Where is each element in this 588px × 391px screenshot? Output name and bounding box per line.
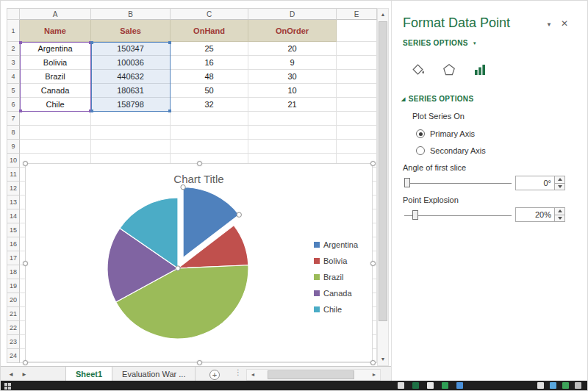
vertical-scrollbar[interactable]: ▲ ▼: [377, 8, 389, 366]
horizontal-scroll-thumb[interactable]: [268, 370, 354, 379]
primary-axis-radio[interactable]: Primary Axis: [416, 129, 475, 139]
cell-D1[interactable]: OnOrder: [248, 20, 337, 42]
slider-track[interactable]: [404, 215, 512, 216]
sheet-tab-sheet1[interactable]: Sheet1: [65, 367, 112, 382]
legend-item-chile[interactable]: Chile: [314, 305, 358, 314]
row-header-14[interactable]: 14: [7, 209, 20, 223]
angle-value[interactable]: 0°: [516, 176, 554, 190]
cell-E7[interactable]: [337, 112, 377, 126]
legend-item-argentina[interactable]: Argentina: [314, 240, 358, 249]
column-header-E[interactable]: E: [337, 8, 377, 20]
cell-E2[interactable]: [337, 42, 377, 56]
cell-E1[interactable]: [337, 20, 377, 42]
cell-A8[interactable]: [20, 126, 91, 140]
cell-B9[interactable]: [91, 140, 171, 154]
column-header-B[interactable]: B: [91, 8, 171, 20]
cell-D7[interactable]: [248, 112, 337, 126]
angle-slider[interactable]: [404, 178, 512, 188]
cell-D4[interactable]: 30: [248, 70, 337, 84]
scroll-right-button[interactable]: ►: [368, 370, 380, 380]
row-header-21[interactable]: 21: [7, 307, 20, 321]
excel-icon[interactable]: [412, 382, 419, 389]
cell-C1[interactable]: OnHand: [171, 20, 248, 42]
cell-E3[interactable]: [337, 56, 377, 70]
cell-E4[interactable]: [337, 70, 377, 84]
legend-item-canada[interactable]: Canada: [314, 289, 358, 298]
cell-B1[interactable]: Sales: [91, 20, 171, 42]
cell-D3[interactable]: 9: [248, 56, 337, 70]
row-header-22[interactable]: 22: [7, 321, 20, 335]
legend-item-bolivia[interactable]: Bolivia: [314, 257, 358, 265]
angle-decrement-button[interactable]: [555, 184, 564, 190]
cell-C5[interactable]: 50: [171, 84, 248, 98]
row-header-11[interactable]: 11: [7, 168, 20, 182]
row-header-23[interactable]: 23: [7, 335, 20, 349]
cell-A1[interactable]: Name: [20, 20, 91, 42]
app-icon-2[interactable]: [427, 382, 434, 389]
chart-title[interactable]: Chart Title: [26, 173, 372, 185]
row-header-3[interactable]: 3: [7, 56, 20, 70]
row-header-12[interactable]: 12: [7, 182, 20, 196]
cell-C7[interactable]: [171, 112, 248, 126]
column-header-D[interactable]: D: [248, 8, 337, 20]
app-icon-4[interactable]: [456, 382, 463, 389]
radio-selected-icon[interactable]: [416, 129, 425, 138]
chart-resize-handle[interactable]: [370, 261, 376, 266]
cell-A7[interactable]: [20, 112, 91, 126]
column-header-A[interactable]: A: [20, 8, 91, 20]
chart-resize-handle[interactable]: [23, 161, 28, 166]
scroll-down-button[interactable]: ▼: [378, 354, 388, 365]
cell-B5[interactable]: 180631: [91, 84, 171, 98]
cell-A4[interactable]: Brazil: [20, 70, 91, 84]
row-header-19[interactable]: 19: [7, 279, 20, 293]
row-header-16[interactable]: 16: [7, 237, 20, 251]
chart-resize-handle[interactable]: [197, 161, 202, 166]
cell-C8[interactable]: [171, 126, 248, 140]
tray-icon-3[interactable]: [562, 382, 569, 389]
cell-A6[interactable]: Chile: [20, 98, 91, 112]
explosion-increment-button[interactable]: [555, 208, 564, 215]
cell-A3[interactable]: Bolivia: [20, 56, 91, 70]
row-header-20[interactable]: 20: [7, 293, 20, 307]
cell-E9[interactable]: [337, 140, 377, 154]
tab-splitter-icon[interactable]: ⋮: [234, 368, 242, 376]
row-header-10[interactable]: 10: [7, 154, 20, 168]
tray-icon-2[interactable]: [550, 382, 556, 389]
cell-E8[interactable]: [337, 126, 377, 140]
vertical-scroll-thumb[interactable]: [379, 21, 387, 321]
cell-D8[interactable]: [248, 126, 337, 140]
row-header-2[interactable]: 2: [7, 42, 20, 56]
cell-B4[interactable]: 440632: [91, 70, 171, 84]
column-header-C[interactable]: C: [171, 8, 248, 20]
row-header-18[interactable]: 18: [7, 265, 20, 279]
data-point-selection-handle[interactable]: [176, 266, 180, 270]
chart-resize-handle[interactable]: [370, 161, 376, 166]
cell-C2[interactable]: 25: [171, 42, 248, 56]
angle-slider-thumb[interactable]: [404, 178, 410, 187]
cell-A5[interactable]: Canada: [20, 84, 91, 98]
pie-chart-object[interactable]: Chart Title ArgentinaBoliviaBrazilCanada…: [25, 163, 373, 362]
row-header-4[interactable]: 4: [7, 70, 20, 84]
horizontal-scrollbar[interactable]: ◄ ►: [246, 369, 381, 381]
series-options-dropdown[interactable]: SERIES OPTIONS ▼: [403, 39, 477, 47]
data-point-selection-handle[interactable]: [237, 212, 241, 217]
angle-spinbox[interactable]: 0°: [515, 176, 565, 190]
series-options-section-header[interactable]: ◢ SERIES OPTIONS: [401, 95, 473, 103]
explosion-spinbox[interactable]: 20%: [515, 207, 565, 222]
scroll-up-button[interactable]: ▲: [378, 9, 388, 21]
scroll-left-button[interactable]: ◄: [247, 370, 259, 380]
row-header-17[interactable]: 17: [7, 251, 20, 265]
row-header-7[interactable]: 7: [7, 112, 20, 126]
cell-B3[interactable]: 100036: [91, 56, 171, 70]
cell-D6[interactable]: 21: [248, 98, 337, 112]
row-header-24[interactable]: 24: [7, 349, 20, 363]
explosion-slider-thumb[interactable]: [412, 210, 418, 220]
start-button-icon[interactable]: [4, 383, 7, 386]
slider-track[interactable]: [404, 183, 512, 184]
data-point-selection-handle[interactable]: [181, 184, 185, 189]
pane-options-arrow-icon[interactable]: ▼: [546, 21, 552, 28]
chart-resize-handle[interactable]: [370, 360, 376, 365]
cell-B8[interactable]: [91, 126, 171, 140]
effects-tab[interactable]: [441, 61, 457, 79]
cell-C9[interactable]: [171, 140, 248, 154]
